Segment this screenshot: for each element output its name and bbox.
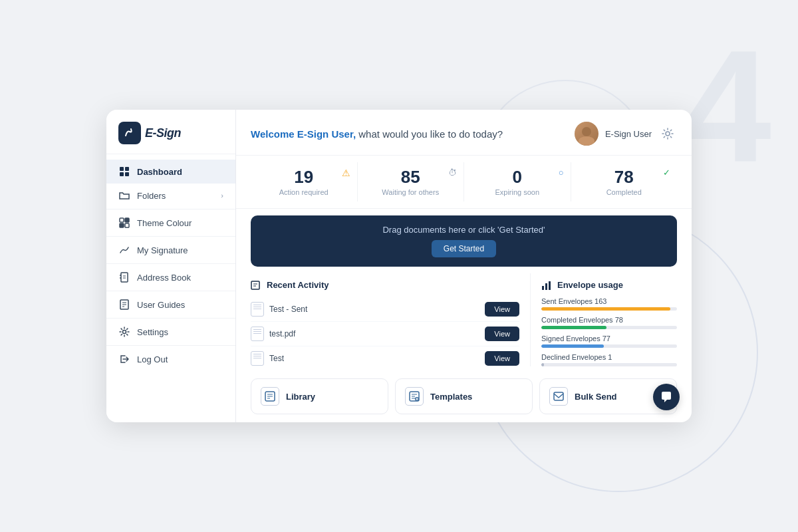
- stat-completed[interactable]: ✓ 78 Completed: [571, 162, 678, 201]
- sidebar-item-settings[interactable]: Settings: [106, 320, 235, 344]
- sidebar-item-theme[interactable]: Theme Colour: [106, 211, 235, 235]
- stat-number-action: 19: [257, 168, 350, 187]
- svg-rect-0: [120, 167, 124, 171]
- folders-icon: [118, 190, 130, 201]
- activity-name-2: Test: [269, 354, 479, 363]
- sidebar-item-user-guides[interactable]: User Guides: [106, 293, 235, 317]
- recent-activity-title: Recent Activity: [251, 280, 519, 291]
- sidebar-item-logout-label: Log Out: [137, 354, 168, 364]
- usage-label-1: Completed Envelopes 78: [541, 316, 677, 324]
- usage-label-2: Signed Envelopes 77: [541, 334, 677, 342]
- stat-number-completed: 78: [578, 168, 671, 187]
- upload-banner-text: Drag documents here or click 'Get Starte…: [264, 225, 664, 235]
- quick-link-library[interactable]: Library: [251, 378, 388, 414]
- sidebar-item-address-book-label: Address Book: [137, 273, 191, 283]
- get-started-button[interactable]: Get Started: [432, 240, 496, 257]
- envelope-usage-panel: Envelope usage Sent Envelopes 163 Comple…: [531, 273, 677, 366]
- usage-fill-2: [541, 344, 604, 348]
- quick-link-templates-label: Templates: [430, 392, 472, 402]
- usage-fill-1: [541, 326, 606, 329]
- recent-activity-icon: [251, 280, 261, 291]
- logo-text: E-Sign: [145, 126, 181, 140]
- header-user: E-Sign User: [575, 122, 677, 146]
- sidebar-item-signature[interactable]: My Signature: [106, 238, 235, 262]
- sidebar-item-settings-label: Settings: [137, 327, 168, 337]
- logout-icon: [118, 353, 130, 365]
- svg-point-18: [666, 132, 670, 136]
- quick-links: Library Templates: [236, 373, 692, 422]
- svg-rect-8: [121, 273, 128, 282]
- bg-number: 4: [683, 27, 771, 186]
- settings-icon: [118, 326, 130, 338]
- activity-item-0: Test - Sent View: [251, 297, 519, 322]
- stat-expiring[interactable]: ○ 0 Expiring soon: [464, 162, 571, 201]
- stat-label-waiting: Waiting for others: [364, 188, 458, 196]
- stat-number-expiring: 0: [471, 168, 564, 187]
- chevron-right-icon: ›: [221, 192, 223, 200]
- main-content: Welcome E-Sign User, what would you like…: [236, 110, 692, 422]
- usage-fill-3: [541, 363, 544, 366]
- recent-activity-panel: Recent Activity Test - Sent View test.pd…: [251, 273, 531, 366]
- svg-rect-23: [545, 283, 547, 290]
- sidebar-item-folders[interactable]: Folders ›: [106, 184, 235, 207]
- usage-bar-3: Declined Envelopes 1: [541, 353, 677, 366]
- stat-label-completed: Completed: [578, 188, 671, 196]
- dashboard-icon: [118, 166, 130, 178]
- main-card: E-Sign Dashboard Folders ›: [106, 110, 692, 422]
- avatar: [575, 122, 598, 146]
- svg-rect-4: [120, 218, 124, 222]
- bar-chart-icon: [541, 280, 552, 291]
- sidebar-item-user-guides-label: User Guides: [137, 300, 185, 310]
- sidebar-item-dashboard-label: Dashboard: [137, 167, 182, 177]
- content-header: Welcome E-Sign User, what would you like…: [236, 110, 692, 156]
- activity-name-1: test.pdf: [269, 329, 479, 338]
- usage-fill-0: [541, 307, 670, 311]
- settings-button[interactable]: [658, 124, 677, 143]
- sidebar-item-dashboard[interactable]: Dashboard: [106, 160, 235, 184]
- welcome-suffix: what would you like to do today?: [356, 128, 503, 140]
- welcome-prefix: Welcome E-Sign User,: [251, 128, 356, 140]
- svg-rect-5: [125, 218, 129, 222]
- user-guides-icon: [118, 299, 130, 311]
- usage-label-3: Declined Envelopes 1: [541, 353, 677, 361]
- avatar-face: [575, 122, 598, 146]
- doc-icon-1: [251, 327, 264, 341]
- address-book-icon: [118, 271, 130, 283]
- library-icon: [261, 387, 279, 406]
- warning-icon: ⚠: [342, 168, 350, 178]
- sidebar-item-logout[interactable]: Log Out: [106, 347, 235, 371]
- chat-button[interactable]: [653, 384, 680, 410]
- svg-rect-2: [120, 172, 124, 176]
- sidebar-item-signature-label: My Signature: [137, 245, 188, 255]
- quick-link-templates[interactable]: Templates: [395, 378, 533, 414]
- svg-rect-1: [125, 167, 129, 171]
- hourglass-icon: ⏱: [448, 168, 457, 178]
- svg-point-17: [123, 331, 126, 334]
- view-button-0[interactable]: View: [485, 302, 519, 317]
- envelope-usage-title: Envelope usage: [541, 280, 677, 291]
- svg-rect-24: [549, 281, 551, 290]
- stat-label-expiring: Expiring soon: [471, 188, 564, 196]
- view-button-2[interactable]: View: [485, 351, 519, 366]
- view-button-1[interactable]: View: [485, 327, 519, 341]
- svg-rect-7: [125, 223, 129, 227]
- usage-bar-0: Sent Envelopes 163: [541, 297, 677, 311]
- sidebar-item-theme-label: Theme Colour: [137, 218, 192, 228]
- stat-action-required[interactable]: ⚠ 19 Action required: [251, 162, 358, 201]
- usage-label-0: Sent Envelopes 163: [541, 297, 677, 305]
- user-name: E-Sign User: [605, 129, 652, 139]
- stat-label-action: Action required: [257, 188, 350, 196]
- sidebar: E-Sign Dashboard Folders ›: [106, 110, 236, 422]
- doc-icon-2: [251, 351, 264, 366]
- activity-item-2: Test View: [251, 346, 519, 366]
- svg-rect-6: [120, 223, 124, 227]
- stat-waiting[interactable]: ⏱ 85 Waiting for others: [358, 162, 465, 201]
- svg-rect-19: [251, 281, 259, 289]
- sidebar-item-address-book[interactable]: Address Book: [106, 265, 235, 289]
- templates-icon: [405, 387, 424, 406]
- quick-link-library-label: Library: [286, 392, 315, 402]
- svg-rect-3: [125, 172, 129, 176]
- logo: E-Sign: [106, 110, 235, 154]
- stats-row: ⚠ 19 Action required ⏱ 85 Waiting for ot…: [236, 156, 692, 209]
- upload-banner: Drag documents here or click 'Get Starte…: [251, 215, 677, 267]
